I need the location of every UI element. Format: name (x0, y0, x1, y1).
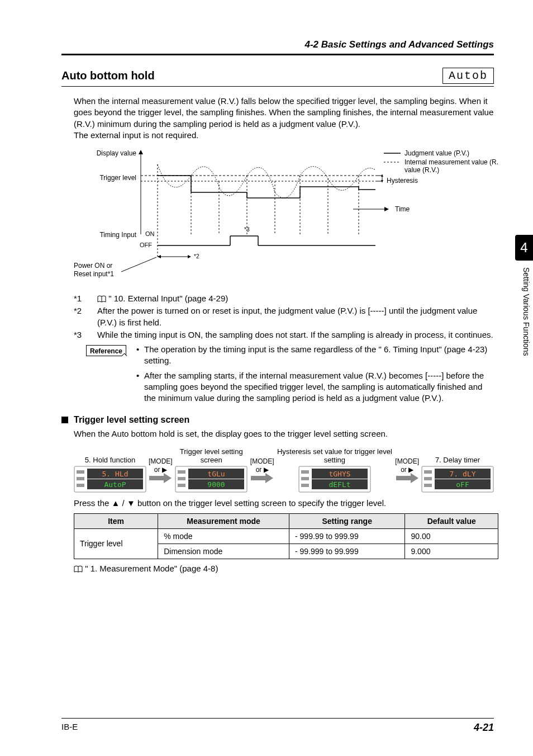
svg-marker-70 (396, 473, 418, 483)
reference-item: The operation by the timing input is the… (136, 344, 494, 367)
footer-doc-id: IB-E (61, 722, 78, 734)
svg-rect-77 (424, 477, 432, 480)
intro-paragraph: When the internal measurement value (R.V… (74, 96, 494, 130)
svg-text:dEFLt: dEFLt (329, 480, 350, 489)
svg-text:*3: *3 (244, 226, 250, 233)
subheading: Trigger level setting screen (74, 415, 189, 425)
flow-step-1: 5. Hold function 5. HLd AutoP (74, 447, 146, 493)
reference-box: Reference (86, 345, 126, 356)
svg-rect-76 (424, 470, 432, 474)
flow-step-2: Trigger level setting screen tGLu 9000 (175, 447, 248, 493)
svg-text:Internal measurement value (R.: Internal measurement value (R.V.) (404, 158, 498, 166)
th-item: Item (74, 513, 158, 528)
timing-diagram: Display value Trigger level Judgment val… (74, 148, 494, 290)
square-bullet-icon (61, 417, 68, 423)
footnote-3: *3 While the timing input is ON, the sam… (74, 329, 494, 341)
svg-text:Power ON or: Power ON or (74, 262, 112, 270)
svg-rect-49 (77, 470, 84, 474)
th-mode: Measurement mode (158, 513, 289, 528)
flow-arrow: [MODE] or ▶ (250, 456, 274, 484)
svg-rect-51 (77, 484, 84, 487)
svg-marker-38 (158, 255, 161, 258)
svg-text:AutoP: AutoP (104, 480, 126, 489)
svg-text:Time: Time (395, 205, 410, 213)
svg-text:value (R.V.): value (R.V.) (404, 166, 439, 174)
svg-text:Hysteresis: Hysteresis (387, 177, 418, 185)
svg-marker-52 (149, 473, 172, 483)
page-heading: Auto bottom hold (61, 69, 155, 82)
svg-rect-50 (77, 477, 84, 480)
svg-text:tGHYS: tGHYS (329, 470, 350, 478)
svg-rect-59 (178, 477, 185, 480)
svg-text:Timing Input: Timing Input (99, 231, 136, 239)
svg-text:OFF: OFF (140, 242, 152, 248)
flow-arrow: [MODE] or ▶ (395, 456, 419, 484)
spec-table: Item Measurement mode Setting range Defa… (74, 513, 498, 559)
flow-step-4: 7. Delay timer 7. dLY oFF (421, 447, 494, 493)
svg-text:5. HLd: 5. HLd (102, 470, 129, 478)
svg-text:*2: *2 (194, 253, 199, 259)
page-number: 4-21 (474, 722, 494, 734)
svg-rect-60 (178, 484, 185, 487)
press-instruction: Press the ▲ / ▼ button on the trigger le… (74, 498, 494, 508)
svg-marker-39 (188, 255, 191, 258)
flow-arrow: [MODE] or ▶ (149, 456, 173, 484)
th-range: Setting range (289, 513, 405, 528)
svg-text:7. dLY: 7. dLY (450, 470, 476, 478)
svg-rect-67 (301, 470, 309, 474)
book-icon (74, 565, 83, 573)
footnote-1: *1 " 10. External Input" (page 4-29) (74, 293, 494, 304)
svg-rect-69 (301, 484, 309, 487)
svg-rect-58 (178, 470, 185, 474)
cross-reference: " 1. Measurement Mode" (page 4-8) (74, 564, 494, 573)
svg-rect-78 (424, 484, 432, 487)
page-footer: IB-E 4-21 (61, 718, 494, 734)
svg-line-43 (121, 257, 156, 272)
section-header: 4-2 Basic Settings and Advanced Settings (61, 39, 494, 50)
rule-thick (61, 54, 494, 55)
svg-rect-68 (301, 477, 309, 480)
svg-text:tGLu: tGLu (208, 470, 225, 478)
svg-text:Reset input*1: Reset input*1 (74, 270, 114, 278)
segment-display-label: Autob (442, 68, 494, 84)
reference-item: After the sampling starts, if the intern… (136, 370, 494, 404)
svg-marker-1 (139, 150, 143, 154)
svg-text:9000: 9000 (208, 480, 225, 489)
table-row: Trigger level % mode - 999.99 to 999.99 … (74, 528, 498, 544)
svg-text:Judgment value (P.V.): Judgment value (P.V.) (404, 149, 469, 157)
book-icon (97, 295, 106, 303)
svg-text:Trigger level: Trigger level (99, 174, 136, 182)
svg-text:ON: ON (145, 230, 155, 237)
intro-paragraph-2: The external input is not required. (74, 130, 494, 141)
svg-text:oFF: oFF (456, 480, 469, 489)
reference-list: The operation by the timing input is the… (136, 344, 494, 407)
rule-thin (61, 86, 494, 87)
th-default: Default value (405, 513, 498, 528)
subhead-description: When the Auto bottom hold is set, the di… (74, 428, 494, 440)
svg-text:Display value: Display value (97, 149, 137, 157)
footnote-2: *2 After the power is turned on or reset… (74, 305, 494, 328)
setting-flow: 5. Hold function 5. HLd AutoP [MODE] or … (74, 447, 494, 493)
svg-marker-26 (384, 207, 389, 211)
flow-step-3: Hysteresis set value for trigger level s… (276, 447, 393, 493)
svg-marker-61 (251, 473, 273, 483)
